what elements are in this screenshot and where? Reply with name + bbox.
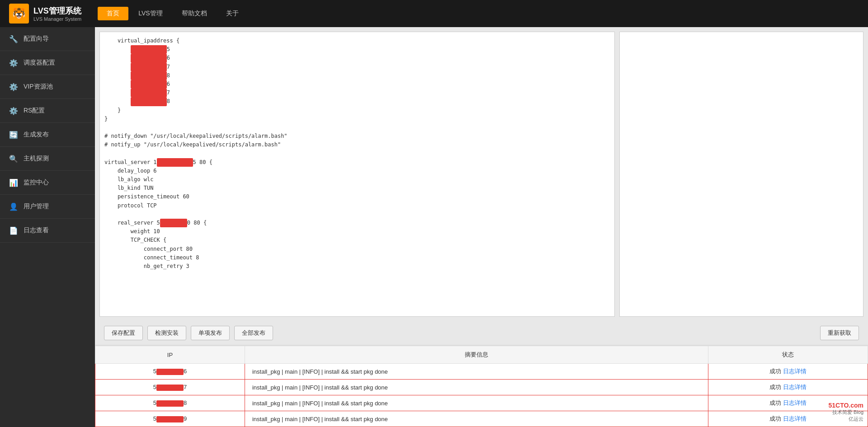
- watermark: 51CTO.com 技术简爱 Blog 亿运云: [828, 402, 863, 422]
- app-title: LVS管理系统: [33, 5, 81, 16]
- logo-text: LVS管理系统 LVS Manager System: [33, 5, 81, 22]
- gear-icon-scheduler: ⚙️: [9, 58, 18, 67]
- config-area: virtual_ipaddress { ██████5 ██████6 ████…: [95, 27, 868, 321]
- wrench-icon: 🔧: [9, 34, 18, 43]
- sidebar-label-scheduler: 调度器配置: [24, 59, 55, 67]
- sidebar-label-logs: 日志查看: [24, 226, 49, 235]
- app-subtitle: LVS Manager System: [33, 16, 81, 22]
- col-header-message: 摘要信息: [245, 346, 708, 364]
- tab-home[interactable]: 首页: [98, 7, 128, 20]
- sidebar-item-monitor[interactable]: 📊 监控中心: [0, 171, 95, 195]
- sidebar: 🔧 配置向导 ⚙️ 调度器配置 ⚙️ VIP资源池 ⚙️ RS配置 🔄 生成发布…: [0, 27, 95, 427]
- config-right-panel: [619, 32, 863, 317]
- nav-tabs: 首页 LVS管理 帮助文档 关于: [98, 7, 247, 20]
- sidebar-item-vip-pool[interactable]: ⚙️ VIP资源池: [0, 75, 95, 99]
- log-detail-link[interactable]: 日志详情: [783, 384, 807, 390]
- probe-icon: 🔍: [9, 154, 18, 163]
- status-text: 成功: [769, 368, 781, 375]
- main-content: virtual_ipaddress { ██████5 ██████6 ████…: [95, 27, 868, 427]
- refresh-button[interactable]: 重新获取: [820, 326, 859, 340]
- table-area: IP 摘要信息 状态 56install_pkg | main | [INFO]…: [95, 345, 868, 427]
- col-header-status: 状态: [708, 346, 868, 364]
- watermark-sub2: 亿运云: [828, 416, 863, 422]
- cell-ip: 58: [95, 395, 245, 411]
- tab-lvs[interactable]: LVS管理: [129, 7, 171, 20]
- tab-help[interactable]: 帮助文档: [173, 7, 216, 20]
- sidebar-item-scheduler[interactable]: ⚙️ 调度器配置: [0, 51, 95, 75]
- status-text: 成功: [769, 415, 781, 422]
- save-config-button[interactable]: 保存配置: [104, 326, 143, 340]
- sidebar-item-rs-config[interactable]: ⚙️ RS配置: [0, 99, 95, 123]
- log-detail-link[interactable]: 日志详情: [783, 368, 807, 375]
- sidebar-item-logs[interactable]: 📄 日志查看: [0, 219, 95, 243]
- single-publish-button[interactable]: 单项发布: [191, 326, 230, 340]
- sidebar-label-generate: 生成发布: [24, 131, 49, 139]
- gear-icon-rs: ⚙️: [9, 106, 18, 115]
- sidebar-label-host-probe: 主机探测: [24, 155, 49, 163]
- sidebar-item-generate[interactable]: 🔄 生成发布: [0, 123, 95, 147]
- logo-icon: 🐯: [9, 4, 29, 23]
- sidebar-item-config-wizard[interactable]: 🔧 配置向导: [0, 27, 95, 51]
- cell-message: install_pkg | main | [INFO] | install &&…: [245, 380, 708, 395]
- all-publish-button[interactable]: 全部发布: [234, 326, 273, 340]
- col-header-ip: IP: [95, 346, 245, 364]
- cell-message: install_pkg | main | [INFO] | install &&…: [245, 395, 708, 411]
- status-text: 成功: [769, 399, 781, 406]
- sidebar-label-monitor: 监控中心: [24, 178, 49, 187]
- sidebar-label-vip-pool: VIP资源池: [24, 83, 53, 91]
- logo-area: 🐯 LVS管理系统 LVS Manager System: [9, 4, 81, 23]
- table-row: 58install_pkg | main | [INFO] | install …: [95, 395, 868, 411]
- log-icon: 📄: [9, 226, 18, 235]
- tab-about[interactable]: 关于: [217, 7, 248, 20]
- watermark-site: 51CTO.com: [828, 402, 863, 409]
- detect-install-button[interactable]: 检测安装: [147, 326, 186, 340]
- config-text[interactable]: virtual_ipaddress { ██████5 ██████6 ████…: [100, 32, 614, 316]
- log-detail-link[interactable]: 日志详情: [783, 399, 807, 406]
- cell-message: install_pkg | main | [INFO] | install &&…: [245, 411, 708, 427]
- header: 🐯 LVS管理系统 LVS Manager System 首页 LVS管理 帮助…: [0, 0, 868, 27]
- user-icon: 👤: [9, 202, 18, 211]
- monitor-icon: 📊: [9, 178, 18, 187]
- sidebar-label-config-wizard: 配置向导: [24, 35, 49, 43]
- watermark-sub1: 技术简爱 Blog: [828, 409, 863, 416]
- cell-ip: 59: [95, 411, 245, 427]
- gear-icon-vip: ⚙️: [9, 82, 18, 91]
- config-editor: virtual_ipaddress { ██████5 ██████6 ████…: [99, 32, 615, 317]
- cell-ip: 57: [95, 380, 245, 395]
- sidebar-item-host-probe[interactable]: 🔍 主机探测: [0, 147, 95, 171]
- cell-ip: 56: [95, 364, 245, 380]
- result-table: IP 摘要信息 状态 56install_pkg | main | [INFO]…: [95, 346, 868, 427]
- sidebar-item-user-mgmt[interactable]: 👤 用户管理: [0, 195, 95, 219]
- sidebar-label-rs-config: RS配置: [24, 107, 45, 115]
- cell-message: install_pkg | main | [INFO] | install &&…: [245, 364, 708, 380]
- status-text: 成功: [769, 384, 781, 390]
- cell-status: 成功 日志详情: [708, 364, 868, 380]
- table-row: 56install_pkg | main | [INFO] | install …: [95, 364, 868, 380]
- sidebar-label-user-mgmt: 用户管理: [24, 202, 49, 211]
- refresh-icon: 🔄: [9, 130, 18, 139]
- cell-status: 成功 日志详情: [708, 380, 868, 395]
- table-row: 59install_pkg | main | [INFO] | install …: [95, 411, 868, 427]
- log-detail-link[interactable]: 日志详情: [783, 415, 807, 422]
- action-bar: 保存配置 检测安装 单项发布 全部发布 重新获取: [95, 321, 868, 345]
- layout: 🔧 配置向导 ⚙️ 调度器配置 ⚙️ VIP资源池 ⚙️ RS配置 🔄 生成发布…: [0, 27, 868, 427]
- table-row: 57install_pkg | main | [INFO] | install …: [95, 380, 868, 395]
